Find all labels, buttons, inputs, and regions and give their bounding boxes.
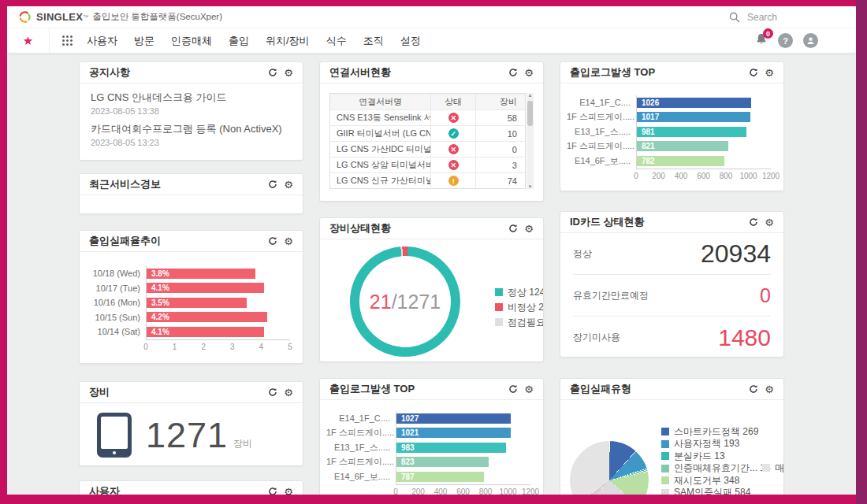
app-grid-icon[interactable]: [62, 35, 73, 46]
bar-label: E14_6F_보.....: [567, 155, 636, 167]
bar-value-label: 821: [637, 142, 655, 150]
column-header: 장비: [476, 96, 525, 108]
axis-tick-label: 1200: [762, 172, 780, 180]
refresh-icon[interactable]: [749, 217, 758, 227]
legend-label: 비정상 21: [508, 301, 544, 314]
table-row[interactable]: LG CNS 가산IDC 터미널...✕0: [330, 141, 525, 157]
notice-item[interactable]: 카드대여회수프로그램 등록 (Non ActiveX)2023-08-05 13…: [91, 122, 292, 147]
bar: 821: [637, 141, 728, 151]
nav-item[interactable]: 설정: [400, 34, 421, 48]
status-cell: ✕: [431, 158, 476, 172]
refresh-icon[interactable]: [508, 224, 518, 233]
settings-icon[interactable]: ⚙: [524, 224, 534, 234]
bar: 1027: [396, 413, 511, 424]
bar: 1017: [637, 112, 750, 122]
refresh-icon[interactable]: [268, 387, 277, 397]
help-icon[interactable]: ?: [778, 33, 793, 48]
axis-tick-label: 0: [143, 343, 148, 351]
card-header: 최근서비스경보 ⚙: [80, 174, 303, 195]
table-row[interactable]: LG CNS 상암 터미널서버✕3: [330, 157, 525, 172]
axis-tick-label: 800: [479, 487, 493, 495]
scroll-down-arrow[interactable]: ▼: [527, 184, 534, 189]
bar-row: E14_1F_C....1026: [567, 95, 771, 110]
bar-row: E14_1F_C....1027: [326, 411, 530, 426]
scroll-up-arrow[interactable]: ▲: [527, 93, 534, 98]
bar-row: 10/16 (Mon)3.5%: [86, 295, 290, 310]
nav-item[interactable]: 출입: [229, 34, 249, 48]
refresh-icon[interactable]: [749, 68, 758, 77]
bar: 4.1%: [147, 327, 264, 337]
nav-item[interactable]: 위치/장비: [266, 34, 310, 48]
table-row[interactable]: CNS E13동 Senselink 서버✕58: [330, 109, 525, 125]
card-header: 출입로그발생 TOP ⚙: [320, 379, 543, 400]
bar-row: 10/14 (Sat)4.1%: [86, 324, 290, 339]
refresh-icon[interactable]: [508, 68, 518, 77]
card-header: ID카드 상태현황 ⚙: [560, 212, 783, 233]
axis-tick-label: 600: [456, 487, 470, 495]
notifications-bell-icon[interactable]: 0: [755, 32, 768, 49]
refresh-icon[interactable]: [749, 384, 758, 394]
search-placeholder: Search: [747, 12, 777, 23]
server-name: GIIR 터미널서버 (LG CNS): [330, 126, 431, 141]
card-title: 출입실패율추이: [89, 234, 161, 248]
settings-icon[interactable]: ⚙: [524, 384, 534, 395]
refresh-icon[interactable]: [268, 236, 277, 246]
nav-item[interactable]: 식수: [326, 34, 347, 48]
card-title: 장비: [89, 385, 110, 399]
bar-value-label: 983: [396, 443, 415, 452]
bar-row: 10/15 (Sun)4.2%: [86, 310, 290, 325]
server-table: 연결서버명상태장비CNS E13동 Senselink 서버✕58GIIR 터미…: [329, 93, 526, 189]
refresh-icon[interactable]: [508, 384, 518, 394]
error-status-icon: ✕: [448, 160, 459, 170]
settings-icon[interactable]: ⚙: [284, 387, 293, 398]
table-scrollbar[interactable]: ▲ ▼: [527, 93, 534, 189]
nav-item[interactable]: 방문: [134, 34, 154, 48]
settings-icon[interactable]: ⚙: [765, 217, 774, 228]
axis-tick-label: 1000: [739, 172, 757, 180]
refresh-icon[interactable]: [268, 180, 277, 189]
legend-swatch: [495, 288, 503, 296]
axis-tick-label: 600: [697, 172, 710, 180]
refresh-icon[interactable]: [268, 68, 277, 77]
bar-track: 981: [636, 124, 771, 139]
nav-item[interactable]: 인증매체: [171, 34, 212, 48]
access-log-chart-mid: E14_1F_C....10271F 스피드게이.....1021E13_1F_…: [320, 400, 543, 495]
bar-value-label: 4.1%: [147, 328, 169, 336]
pie-legend-float: 매칭실패 809: [762, 463, 784, 472]
settings-icon[interactable]: ⚙: [765, 68, 774, 78]
legend-label: 분실카드 13: [674, 450, 725, 463]
settings-icon[interactable]: ⚙: [765, 384, 774, 395]
abnormal-count: 21: [370, 291, 392, 313]
nav-items: 사용자방문인증매체출입위치/장비식수조직설정: [87, 34, 421, 48]
bar-track: 1021: [396, 426, 530, 441]
notice-date: 2023-08-05 13:23: [91, 138, 292, 147]
settings-icon[interactable]: ⚙: [524, 68, 534, 78]
legend-swatch: [661, 440, 669, 448]
card-title: 출입실패유형: [570, 382, 631, 396]
error-status-icon: ✕: [448, 144, 459, 154]
bar-value-label: 3.5%: [147, 298, 169, 307]
refresh-icon[interactable]: [268, 487, 277, 495]
card-header: 출입실패유형 ⚙: [560, 379, 783, 400]
table-row[interactable]: LG CNS 신규 가산터미널...!74: [330, 172, 525, 188]
scrollbar-thumb[interactable]: [527, 101, 533, 126]
settings-icon[interactable]: ⚙: [284, 68, 293, 78]
favorites-star-icon[interactable]: ★: [7, 28, 50, 53]
search-input[interactable]: Search: [729, 12, 777, 23]
fail-type-body: 스마트카드정책 269사용자정책 193분실카드 13인증매체유효기간... 1…: [560, 400, 783, 495]
bar-track: 983: [396, 440, 530, 455]
bar-label: 10/15 (Sun): [86, 313, 146, 322]
card-device-status: 장비상태현황 ⚙ 21/1271 정상 1244비정상 21점검필요 6: [319, 217, 544, 362]
profile-icon[interactable]: [803, 33, 818, 48]
nav-item[interactable]: 조직: [363, 34, 384, 48]
legend-swatch: [762, 464, 770, 472]
nav-item[interactable]: 사용자: [87, 34, 117, 48]
settings-icon[interactable]: ⚙: [284, 236, 293, 246]
bar: 823: [396, 457, 489, 467]
notice-item[interactable]: LG CNS 안내데스크용 가이드2023-08-05 13:38: [91, 91, 292, 116]
settings-icon[interactable]: ⚙: [284, 180, 293, 190]
device-count-cell: 3: [476, 161, 525, 170]
table-row[interactable]: GIIR 터미널서버 (LG CNS)✓10: [330, 125, 525, 141]
card-title: ID카드 상태현황: [570, 215, 645, 229]
settings-icon[interactable]: ⚙: [284, 487, 293, 495]
